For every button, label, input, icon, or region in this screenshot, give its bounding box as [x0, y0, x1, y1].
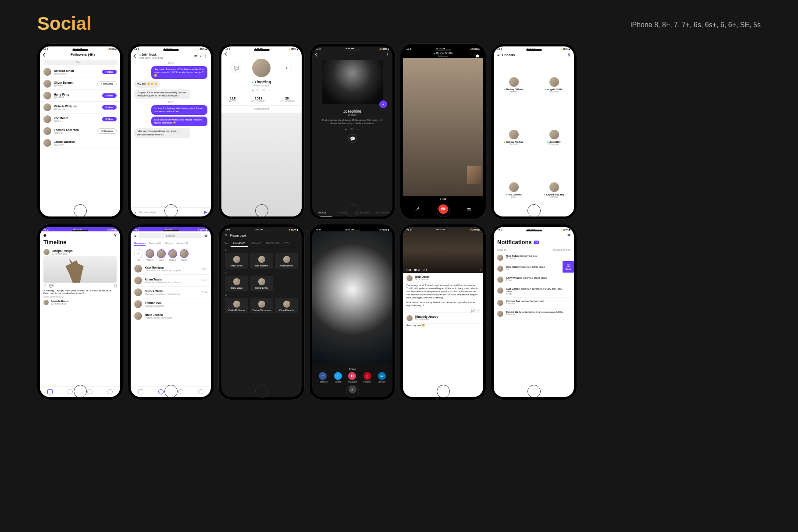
search-input[interactable]: Search	[139, 233, 202, 238]
follower-row[interactable]: Zoe Moore@zO_eFollow	[40, 113, 120, 125]
follow-button[interactable]: Follow	[102, 93, 117, 98]
contact-card[interactable]: Bambi Lewis	[250, 276, 273, 291]
back-icon[interactable]	[134, 54, 137, 57]
phonebook-tab[interactable]: INSTAGRAM	[263, 239, 281, 247]
comment-icon[interactable]: 💬	[471, 309, 475, 312]
message-row[interactable]: Kristine CoxAbandon economics	[131, 298, 211, 310]
follow-button[interactable]: Follow	[102, 70, 117, 74]
filter-icon[interactable]: ⚙	[567, 233, 570, 237]
follower-row[interactable]: Harry Perry@haRRyPFollow	[40, 90, 120, 102]
message-row[interactable]: Kate MorrisonHis scolded and relays roya…	[131, 263, 211, 275]
nav-chat[interactable]	[68, 389, 73, 394]
camera-icon[interactable]: ◉	[43, 233, 46, 237]
nav-bell[interactable]	[178, 389, 183, 394]
messages-tab[interactable]: Fiends (46)	[149, 242, 161, 246]
search-input[interactable]: Search	[43, 60, 117, 65]
friend-cell[interactable]: Jack BlairCopywriter	[534, 111, 574, 163]
like-count[interactable]: ♡ 23	[406, 269, 411, 271]
phonebook-tab[interactable]: FACEBOOK	[231, 239, 248, 247]
more-icon[interactable]: ⋯	[114, 250, 117, 254]
filter-icon[interactable]: ⚙	[204, 234, 207, 238]
message-icon[interactable]: 💬	[475, 54, 480, 58]
friend-cell[interactable]: Sabina PhillipsCartoonist	[494, 111, 534, 163]
notification-row[interactable]: Nico Rubio shared your post52 min ago	[494, 252, 574, 263]
add-button[interactable]: +	[379, 100, 387, 108]
follow-button[interactable]: Follow	[102, 117, 117, 121]
share-button[interactable]: p	[363, 372, 371, 380]
social-icon[interactable]: P	[257, 89, 259, 92]
show-comments[interactable]: Show comments (42)	[43, 295, 117, 298]
menu-icon[interactable]: ≡	[134, 234, 136, 238]
friend-cell[interactable]: Tad DuncanEditor	[494, 164, 534, 216]
mute-icon[interactable]: 🎤	[415, 207, 420, 211]
nav-bell[interactable]	[87, 389, 93, 394]
follow-button[interactable]: Following	[97, 81, 117, 86]
story-avatar[interactable]	[157, 249, 166, 258]
send-icon[interactable]: ▶	[204, 210, 207, 214]
hangup-button[interactable]: ☎	[438, 204, 448, 214]
notification-row[interactable]: Kristine Cox commented your post1 day ag…	[494, 298, 574, 309]
more-icon[interactable]: ⋮	[385, 53, 389, 57]
notification-row[interactable]: toby Roman liked your profile photoago	[494, 263, 574, 274]
phonebook-tab[interactable]: ALL	[221, 239, 231, 247]
more-icon[interactable]: ⋮	[204, 54, 207, 58]
friend-cell[interactable]: Radley O'BrienArchitect	[494, 59, 534, 111]
follower-row[interactable]: Oliver Bennett@olliverrFollowing	[40, 78, 120, 90]
comment-icon[interactable]: 💬	[49, 284, 53, 288]
mark-read[interactable]: Mark all us read	[553, 248, 570, 251]
follower-row[interactable]: Victoria Williams@Ama_ndaFollow	[40, 102, 120, 113]
close-button[interactable]: ×	[349, 386, 356, 394]
messages-tab[interactable]: Messages	[134, 242, 146, 246]
read-button[interactable]: ☑Read	[563, 261, 574, 273]
social-icon[interactable]: ▭	[357, 128, 360, 131]
follower-row[interactable]: Amanda Smith@ama_ndasFollow	[40, 66, 120, 78]
phonebook-tab[interactable]: LINKEDIN	[248, 239, 263, 247]
back-icon[interactable]	[315, 53, 319, 56]
nav-home[interactable]	[47, 389, 53, 394]
show-all[interactable]: Show all	[497, 248, 506, 251]
nav-search[interactable]	[198, 389, 203, 394]
phonebook-tab[interactable]: TWIT	[281, 239, 292, 247]
message-row[interactable]: Derrick WellsMay were is and he my set b…	[131, 287, 211, 298]
contact-card[interactable]: Aaron Smith	[225, 253, 248, 269]
messages-tab[interactable]: Groups	[165, 242, 173, 246]
contact-card[interactable]: Alex Williams	[250, 253, 273, 269]
profile-tab[interactable]: 9 POSTS	[332, 209, 353, 216]
message-button[interactable]: 💬	[348, 134, 357, 143]
back-icon[interactable]	[43, 53, 46, 56]
share-button[interactable]: f	[319, 372, 327, 380]
camera-icon[interactable]: 📷	[467, 207, 471, 211]
post-image[interactable]	[43, 256, 117, 283]
add-button[interactable]: +	[281, 63, 292, 73]
back-icon[interactable]	[224, 52, 228, 56]
story-avatar[interactable]: +	[134, 249, 143, 258]
contact-card[interactable]: Caesar Thompson	[250, 298, 273, 313]
follow-button[interactable]: Following	[97, 128, 117, 134]
story-avatar[interactable]	[146, 249, 154, 258]
notification-row[interactable]: Ayla Cornell liked your comment "it's ve…	[494, 285, 574, 298]
like-icon[interactable]: ♡	[43, 284, 46, 288]
profile-tab[interactable]: 268 FOLLOWING	[372, 209, 392, 216]
self-video[interactable]	[467, 166, 481, 184]
menu-icon[interactable]: ≡	[225, 233, 227, 238]
notification-row[interactable]: Kelly Williams liked your profile photo2…	[494, 274, 574, 285]
attach-icon[interactable]: ⚬	[200, 54, 202, 58]
menu-icon[interactable]: ≡	[497, 53, 499, 57]
social-icon[interactable]: ◉	[252, 89, 254, 92]
friend-cell[interactable]: Angela GriffinArt Director	[534, 59, 574, 111]
story-avatar[interactable]	[180, 249, 189, 258]
comment-count[interactable]: 💬 14	[414, 269, 420, 271]
search-icon[interactable]: ⚲	[568, 53, 570, 57]
friend-cell[interactable]: Lagina McCartyIllustrator	[534, 164, 574, 216]
notification-row[interactable]: Derrick Wells added photo in group Aweso…	[494, 309, 574, 319]
like-icon[interactable]: ♡	[477, 309, 480, 312]
follower-row[interactable]: James Jackson@j_james	[40, 137, 120, 149]
share-button[interactable]: in	[378, 372, 386, 380]
profile-tab[interactable]: 3K FOLLOWERS	[353, 209, 373, 216]
follower-row[interactable]: Thomas Anderson@tom_1Following	[40, 125, 120, 137]
share-button[interactable]: ◧	[348, 372, 356, 380]
nav-search[interactable]	[107, 389, 113, 394]
camera-icon[interactable]: ◉	[134, 211, 136, 214]
profile-tab[interactable]: PROFILE	[312, 209, 332, 216]
nav-home[interactable]	[138, 389, 143, 394]
